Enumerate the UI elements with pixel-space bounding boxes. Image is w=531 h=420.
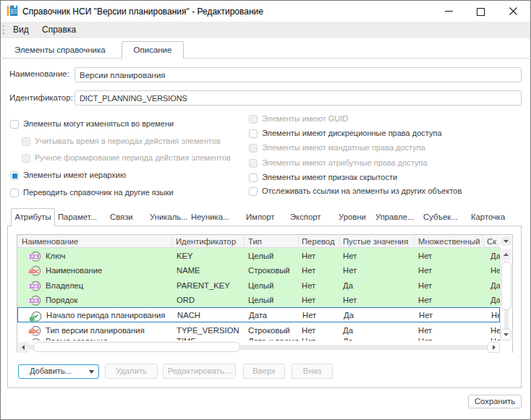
svg-text:123: 123: [29, 282, 40, 289]
svg-text:abc: abc: [29, 327, 40, 334]
svg-text:123: 123: [29, 252, 40, 260]
svg-text:abc: abc: [29, 267, 40, 275]
svg-text:123: 123: [29, 297, 40, 304]
